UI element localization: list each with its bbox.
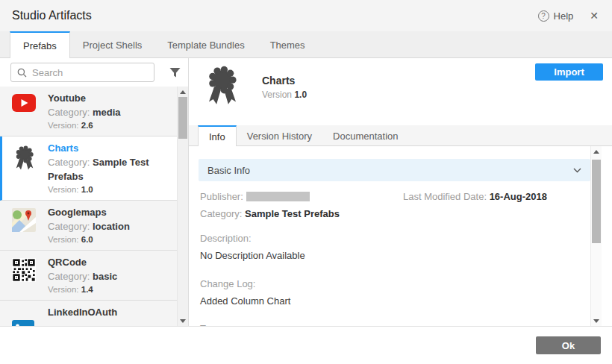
- tab-project-shells[interactable]: Project Shells: [70, 31, 154, 57]
- basic-info-section-header[interactable]: Basic Info: [199, 159, 590, 181]
- google-maps-icon: [12, 208, 36, 245]
- ok-button[interactable]: Ok: [536, 336, 601, 354]
- scroll-up-icon[interactable]: [591, 146, 602, 157]
- detail-tabbar: Info Version History Documentation: [189, 125, 612, 146]
- item-version: Version: 2.6: [48, 119, 167, 131]
- main-tabbar: Prefabs Project Shells Template Bundles …: [0, 31, 612, 58]
- search-icon: [17, 68, 27, 78]
- help-label: Help: [554, 10, 574, 22]
- item-title: Googlemaps: [48, 205, 167, 219]
- detail-scrollbar[interactable]: [590, 146, 602, 326]
- publisher-value-redacted: [246, 192, 310, 201]
- item-category: Category: basic: [48, 269, 167, 283]
- titlebar: Studio Artifacts ? Help ✕: [0, 0, 612, 31]
- detail-header: Charts Version 1.0 Import: [189, 58, 612, 125]
- prefab-list: Youtube Category: media Version: 2.6: [0, 87, 188, 326]
- changelog-value: Added Column Chart: [200, 295, 589, 307]
- detail-panel: Charts Version 1.0 Import Info Version H…: [189, 58, 612, 326]
- tab-info[interactable]: Info: [198, 125, 237, 146]
- tab-version-history[interactable]: Version History: [237, 125, 322, 145]
- youtube-icon: [12, 94, 36, 131]
- basic-info-fields: Publisher: Last Modified Date: 16-Aug-20…: [199, 181, 590, 326]
- sidebar: Youtube Category: media Version: 2.6: [0, 58, 189, 326]
- category-label: Category:: [200, 208, 242, 219]
- import-button[interactable]: Import: [535, 63, 603, 81]
- tab-prefabs[interactable]: Prefabs: [10, 31, 70, 58]
- publisher-label: Publisher:: [200, 191, 243, 202]
- detail-title: Charts: [262, 75, 307, 87]
- item-category: Category: location: [48, 219, 167, 233]
- list-item-googlemaps[interactable]: Googlemaps Category: location Version: 6…: [0, 201, 177, 251]
- item-title: LinkedInOAuth: [48, 305, 167, 319]
- sidebar-scrollbar[interactable]: [177, 87, 188, 326]
- description-label: Description:: [200, 233, 589, 245]
- last-modified-value: 16-Aug-2018: [490, 191, 547, 202]
- item-title: QRCode: [48, 255, 167, 269]
- filter-icon[interactable]: [169, 67, 181, 78]
- scroll-down-icon[interactable]: [178, 316, 188, 326]
- item-version: Version: 1.4: [48, 283, 167, 295]
- detail-scroll-thumb[interactable]: [592, 160, 601, 243]
- changelog-label: Change Log:: [200, 278, 589, 290]
- dialog-title: Studio Artifacts: [12, 9, 92, 22]
- scroll-down-icon[interactable]: [591, 316, 602, 326]
- description-value: No Description Available: [200, 250, 589, 262]
- ribbon-badge-icon: [12, 144, 36, 195]
- search-row: [0, 58, 188, 87]
- item-category: Category: Sample Test Prefabs: [48, 155, 167, 183]
- tab-documentation[interactable]: Documentation: [322, 125, 408, 145]
- chevron-down-icon: [573, 168, 581, 173]
- list-item-linkedinoauth[interactable]: LinkedInOAuth: [0, 301, 177, 326]
- ribbon-badge-icon-large: [202, 64, 243, 107]
- item-version: Version: 6.0: [48, 233, 167, 245]
- search-box[interactable]: [10, 63, 154, 82]
- scroll-up-icon[interactable]: [178, 87, 188, 97]
- list-item-qrcode[interactable]: QRCode Category: basic Version: 1.4: [0, 251, 177, 301]
- list-item-charts[interactable]: Charts Category: Sample Test Prefabs Ver…: [0, 136, 177, 201]
- item-version: Version: 1.0: [48, 183, 167, 195]
- help-button[interactable]: ? Help: [538, 10, 574, 22]
- section-title: Basic Info: [207, 165, 250, 176]
- item-title: Youtube: [48, 91, 167, 105]
- close-icon[interactable]: ✕: [590, 10, 599, 22]
- sidebar-scroll-thumb[interactable]: [178, 97, 187, 139]
- item-category: Category: media: [48, 105, 167, 119]
- tab-template-bundles[interactable]: Template Bundles: [154, 31, 257, 57]
- detail-version: Version 1.0: [262, 90, 307, 100]
- list-item-youtube[interactable]: Youtube Category: media Version: 2.6: [0, 87, 177, 136]
- tab-themes[interactable]: Themes: [257, 31, 318, 57]
- search-input[interactable]: [32, 67, 148, 78]
- linkedin-icon: [12, 320, 36, 326]
- help-icon: ?: [538, 10, 549, 22]
- last-modified-label: Last Modified Date:: [403, 191, 487, 202]
- footer-bar: Ok: [0, 326, 612, 364]
- studio-artifacts-dialog: Studio Artifacts ? Help ✕ Prefabs Projec…: [0, 0, 612, 364]
- category-value: Sample Test Prefabs: [245, 208, 340, 219]
- item-title: Charts: [48, 141, 167, 155]
- qr-code-icon: [12, 258, 36, 295]
- detail-body: Basic Info Publisher: Last Modified Date…: [189, 146, 612, 326]
